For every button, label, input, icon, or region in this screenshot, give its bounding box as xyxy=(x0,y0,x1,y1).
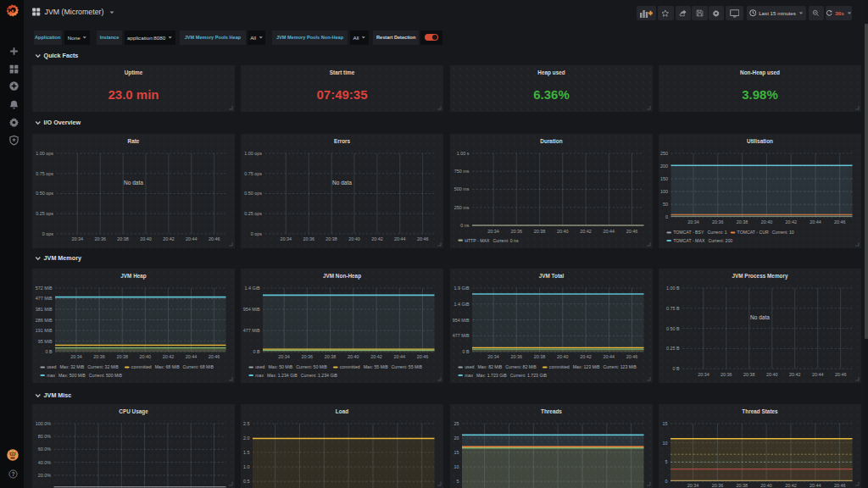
svg-text:20:44: 20:44 xyxy=(186,354,198,359)
svg-text:20:40: 20:40 xyxy=(348,354,359,359)
svg-text:20:44: 20:44 xyxy=(603,354,615,359)
svg-text:Thread States: Thread States xyxy=(742,408,778,414)
svg-text:used Max: 82 MiB Current: 82: used Max: 82 MiB Current: 82 MiB xyxy=(465,364,537,369)
svg-text:0.75 ops: 0.75 ops xyxy=(36,171,53,176)
svg-text:1.4 GiB: 1.4 GiB xyxy=(245,286,260,291)
svg-text:committed Max: 55 MiB Curren: committed Max: 55 MiB Current: 55 MiB xyxy=(340,364,423,369)
svg-text:20:46: 20:46 xyxy=(626,229,637,234)
svg-text:20:34: 20:34 xyxy=(72,236,84,241)
svg-text:20:38: 20:38 xyxy=(326,236,338,241)
svg-text:CPU Usage: CPU Usage xyxy=(119,408,148,415)
svg-text:20:40: 20:40 xyxy=(766,372,778,377)
svg-text:20:44: 20:44 xyxy=(186,236,198,241)
svg-text:20:38: 20:38 xyxy=(325,354,337,359)
svg-text:20:34: 20:34 xyxy=(687,483,699,488)
svg-text:0.50 ops: 0.50 ops xyxy=(36,191,53,196)
svg-text:20:34: 20:34 xyxy=(281,236,292,241)
svg-text:max Max: 500 MiB Current: 50: max Max: 500 MiB Current: 500 MiB xyxy=(47,373,122,378)
svg-text:20:42: 20:42 xyxy=(163,354,175,359)
svg-text:0: 0 xyxy=(665,214,668,219)
svg-text:20:40: 20:40 xyxy=(557,354,569,359)
svg-text:25: 25 xyxy=(453,421,459,426)
svg-text:20:46: 20:46 xyxy=(209,236,220,241)
svg-text:0 B: 0 B xyxy=(253,349,260,354)
svg-text:JVM Non-Heap: JVM Non-Heap xyxy=(323,273,361,280)
svg-text:20:34: 20:34 xyxy=(487,354,499,359)
svg-text:No data: No data xyxy=(332,180,352,186)
svg-text:500 ms: 500 ms xyxy=(454,186,470,191)
svg-text:20:34: 20:34 xyxy=(279,354,291,359)
svg-text:20:46: 20:46 xyxy=(835,372,847,377)
svg-text:20:46: 20:46 xyxy=(209,354,220,359)
svg-text:TOMCAT - CUR Current: 10: TOMCAT - CUR Current: 10 xyxy=(737,230,794,235)
svg-text:20:40: 20:40 xyxy=(760,483,772,488)
svg-text:20:34: 20:34 xyxy=(698,372,709,377)
svg-text:250: 250 xyxy=(660,151,668,156)
svg-text:15: 15 xyxy=(453,450,459,455)
svg-text:15: 15 xyxy=(663,421,668,426)
svg-text:6.36%: 6.36% xyxy=(533,87,570,102)
svg-text:max Max: 1.723 GiB Current:: max Max: 1.723 GiB Current: 1.723 GiB xyxy=(465,373,547,378)
svg-text:20:40: 20:40 xyxy=(557,229,569,234)
svg-text:2.5: 2.5 xyxy=(243,421,250,426)
svg-text:20:44: 20:44 xyxy=(603,229,615,234)
svg-text:0 B: 0 B xyxy=(45,349,52,354)
svg-text:20:34: 20:34 xyxy=(487,229,499,234)
svg-text:381 MiB: 381 MiB xyxy=(36,307,53,312)
svg-text:5: 5 xyxy=(665,459,668,464)
svg-text:20:44: 20:44 xyxy=(812,372,824,377)
svg-text:20:46: 20:46 xyxy=(626,354,637,359)
svg-text:10: 10 xyxy=(663,441,668,446)
svg-text:JVM Process Memory: JVM Process Memory xyxy=(732,273,788,280)
svg-text:1.00 ops: 1.00 ops xyxy=(245,151,263,156)
svg-text:used Max: 32 MiB Current: 32: used Max: 32 MiB Current: 32 MiB xyxy=(47,364,119,369)
svg-text:1.00 ops: 1.00 ops xyxy=(36,151,53,156)
svg-text:477 MiB: 477 MiB xyxy=(36,296,53,301)
svg-text:3.98%: 3.98% xyxy=(742,87,778,102)
svg-text:Heap used: Heap used xyxy=(537,69,565,76)
svg-text:0.5: 0.5 xyxy=(243,479,250,484)
svg-text:JVM Total: JVM Total xyxy=(538,273,564,279)
svg-text:20:42: 20:42 xyxy=(789,372,801,377)
svg-text:20:44: 20:44 xyxy=(394,236,406,241)
svg-text:20:42: 20:42 xyxy=(785,219,797,225)
svg-text:954 MiB: 954 MiB xyxy=(452,318,469,323)
svg-text:Utilisation: Utilisation xyxy=(747,138,773,144)
svg-text:477 MiB: 477 MiB xyxy=(243,328,260,333)
svg-text:20:38: 20:38 xyxy=(534,229,546,234)
svg-text:20:40: 20:40 xyxy=(349,236,361,241)
svg-text:10: 10 xyxy=(453,464,459,469)
svg-text:0.25 ops: 0.25 ops xyxy=(245,211,263,216)
svg-text:0.75 B: 0.75 B xyxy=(666,306,680,311)
svg-text:20:46: 20:46 xyxy=(417,236,429,241)
svg-text:Non-Heap used: Non-Heap used xyxy=(740,69,780,76)
svg-text:20:40: 20:40 xyxy=(140,236,152,241)
svg-text:I/O Overview: I/O Overview xyxy=(44,119,81,127)
svg-text:Quick Facts: Quick Facts xyxy=(44,52,79,59)
svg-text:20:38: 20:38 xyxy=(737,219,748,225)
svg-text:0: 0 xyxy=(665,479,668,484)
svg-text:JVM Heap: JVM Heap xyxy=(120,273,147,280)
svg-text:No data: No data xyxy=(750,314,770,320)
svg-text:20:36: 20:36 xyxy=(712,483,724,488)
svg-text:20:46: 20:46 xyxy=(834,219,846,225)
svg-text:20:42: 20:42 xyxy=(371,236,383,241)
svg-text:20:44: 20:44 xyxy=(810,219,821,225)
svg-text:572 MiB: 572 MiB xyxy=(36,286,53,291)
svg-text:HTTP - MAX Current: 0 ns: HTTP - MAX Current: 0 ns xyxy=(465,238,519,243)
svg-text:100.0%: 100.0% xyxy=(36,421,51,426)
svg-text:477 MiB: 477 MiB xyxy=(452,333,469,338)
svg-text:20:36: 20:36 xyxy=(93,354,105,359)
svg-text:20:38: 20:38 xyxy=(116,354,128,359)
svg-text:JVM Memory: JVM Memory xyxy=(44,254,81,262)
svg-text:20: 20 xyxy=(453,435,459,441)
svg-text:20:40: 20:40 xyxy=(761,219,773,225)
svg-text:1.00 B: 1.00 B xyxy=(666,286,680,291)
svg-text:1.9 GiB: 1.9 GiB xyxy=(453,286,469,291)
svg-text:0.50 ops: 0.50 ops xyxy=(245,191,263,196)
svg-text:20:38: 20:38 xyxy=(743,372,755,377)
svg-text:80.0%: 80.0% xyxy=(38,434,51,439)
svg-text:20:34: 20:34 xyxy=(687,219,699,225)
svg-text:Uptime: Uptime xyxy=(125,69,143,76)
svg-text:Start time: Start time xyxy=(330,69,355,75)
